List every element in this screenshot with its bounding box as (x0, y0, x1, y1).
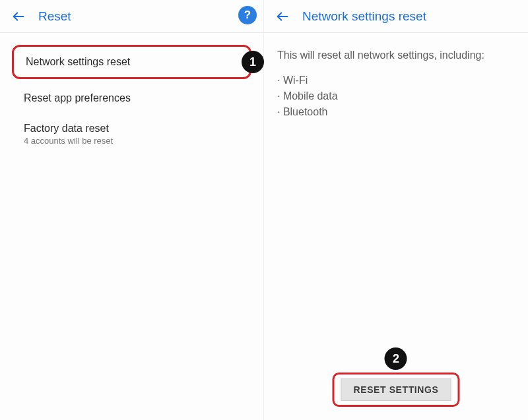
callout-badge-2: 2 (385, 347, 407, 370)
reset-item: Bluetooth (277, 104, 515, 120)
network-reset-description: This will reset all network settings, in… (264, 33, 528, 120)
help-icon[interactable]: ? (238, 6, 257, 24)
page-title-right: Network settings reset (302, 9, 426, 24)
callout-badge-1: 1 (242, 51, 264, 73)
back-button-left[interactable] (8, 6, 29, 27)
option-reset-app-preferences[interactable]: Reset app preferences (12, 83, 251, 113)
option-label: Factory data reset (24, 123, 240, 135)
network-reset-pane: Network settings reset This will reset a… (264, 0, 528, 420)
back-button-right[interactable] (272, 6, 293, 27)
page-title-left: Reset (38, 9, 71, 24)
reset-menu-pane: Reset ? Network settings reset 1 Reset a… (0, 0, 264, 420)
reset-item: Wi-Fi (277, 73, 515, 88)
option-network-settings-reset[interactable]: Network settings reset (14, 47, 249, 77)
reset-items-list: Wi-Fi Mobile data Bluetooth (277, 73, 515, 120)
arrow-left-icon (11, 9, 26, 24)
description-intro: This will reset all network settings, in… (277, 47, 515, 63)
option-label: Network settings reset (26, 56, 238, 68)
reset-item: Mobile data (277, 88, 515, 104)
appbar-left: Reset ? (0, 0, 263, 33)
reset-button-area: 2 RESET SETTINGS (333, 347, 460, 407)
reset-options-list: Network settings reset 1 Reset app prefe… (0, 33, 263, 155)
option-sublabel: 4 accounts will be reset (24, 136, 240, 146)
arrow-left-icon (275, 9, 290, 24)
reset-settings-button[interactable]: RESET SETTINGS (341, 378, 451, 401)
appbar-right: Network settings reset (264, 0, 528, 33)
option-factory-data-reset[interactable]: Factory data reset 4 accounts will be re… (12, 113, 251, 155)
highlight-reset-button: RESET SETTINGS (333, 373, 460, 407)
highlight-network-reset: Network settings reset 1 (12, 45, 251, 79)
option-label: Reset app preferences (24, 92, 240, 104)
